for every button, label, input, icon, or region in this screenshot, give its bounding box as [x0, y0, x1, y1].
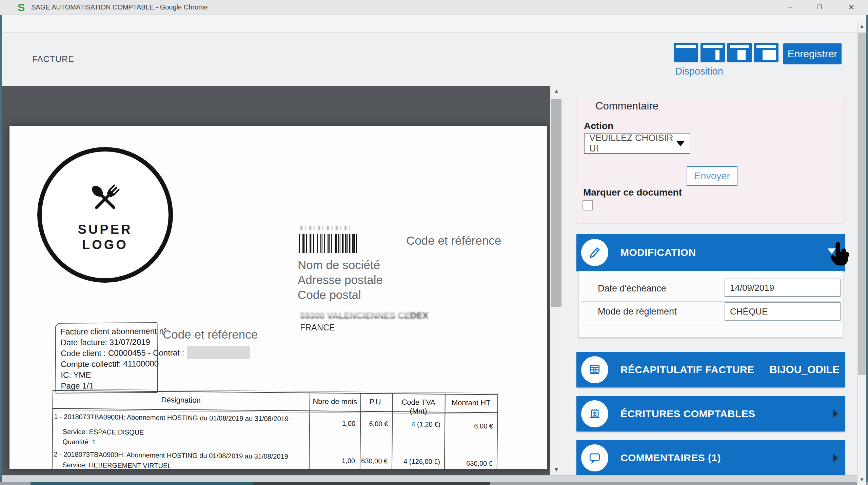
payment-mode-input[interactable]: CHÈQUE — [725, 302, 841, 321]
browser-subbar — [0, 15, 868, 33]
save-button[interactable]: Enregistrer — [783, 43, 842, 64]
viewer-scroll-up-icon[interactable]: ▲ — [550, 86, 563, 97]
layout-icon-center-pane[interactable] — [727, 43, 752, 62]
row2-unit-price: 630,00 € — [360, 457, 388, 465]
page-scroll-down-icon[interactable]: ▼ — [857, 475, 866, 484]
layout-icon-right-strip[interactable] — [701, 43, 725, 62]
page-title: FACTURE — [32, 54, 74, 64]
invoice-table: Désignation Nbre de mois P.U. Code TVA (… — [9, 126, 547, 469]
row1-service: Service: ESPACE DISQUE — [63, 428, 144, 436]
minimize-button[interactable]: – — [784, 4, 795, 12]
modification-title: MODIFICATION — [620, 247, 696, 258]
row1-amount: 6,00 € — [445, 422, 493, 430]
recap-facture-title: RÉCAPITULATIF FACTURE — [620, 364, 754, 376]
page-scrollbar-thumb[interactable] — [858, 33, 866, 375]
col-header-tva: Code TVA (Mnt) — [392, 398, 445, 416]
sage-logo-icon: S — [18, 2, 25, 13]
action-label: Action — [584, 121, 613, 132]
row2-service: Service: HEBERGEMENT VIRTUEL — [62, 461, 172, 469]
layout-icon-full[interactable] — [674, 43, 698, 62]
row2-months: 1,00 — [309, 457, 355, 465]
action-select-value: VEUILLEZ CHOISIR UI — [589, 133, 676, 154]
page-scroll-up-icon[interactable]: ▲ — [857, 22, 866, 31]
comment-panel-title: Commentaire — [595, 100, 658, 112]
ecritures-title: ÉCRITURES COMPTABLES — [620, 408, 755, 420]
col-header-montant: Montant HT — [445, 398, 497, 407]
page-scrollbar[interactable]: ▲ ▼ — [857, 20, 866, 485]
recap-facture-panel[interactable]: RÉCAPITULATIF FACTURE BIJOU_ODILE — [576, 352, 845, 387]
comment-bubble-icon — [581, 444, 608, 471]
viewer-scroll-down-icon[interactable]: ▼ — [550, 465, 563, 475]
hand-cursor — [830, 241, 852, 270]
viewer-scrollbar[interactable]: ▲ ▼ — [550, 86, 562, 476]
commentaires-panel[interactable]: COMMENTAIRES (1) — [576, 440, 845, 476]
restore-button[interactable]: ❐ — [814, 4, 825, 12]
comment-panel — [576, 97, 844, 223]
close-button[interactable]: ✕ — [846, 4, 857, 12]
window-title: SAGE AUTOMATISATION COMPTABLE - Google C… — [31, 3, 208, 11]
mark-document-label: Marquer ce document — [583, 187, 682, 198]
window-titlebar: S SAGE AUTOMATISATION COMPTABLE - Google… — [0, 0, 868, 15]
invoice-summary-icon — [581, 356, 608, 383]
payment-mode-label: Mode de règlement — [598, 306, 677, 317]
action-select[interactable]: VEUILLEZ CHOISIR UI — [584, 133, 690, 154]
viewer-scrollbar-thumb[interactable] — [551, 99, 561, 307]
modification-header[interactable]: MODIFICATION — [576, 234, 845, 271]
modification-body: Date d'échéance 14/09/2019 Mode de règle… — [578, 271, 843, 338]
row2-amount: 630,00 € — [444, 459, 493, 467]
ecritures-panel[interactable]: ÉCRITURES COMPTABLES — [576, 396, 845, 431]
document-viewer: SUPER LOGO Code et référence Nom de soci… — [2, 86, 562, 476]
chevron-right-icon — [833, 454, 838, 462]
col-header-designation: Désignation — [53, 395, 310, 406]
commentaires-title: COMMENTAIRES (1) — [620, 452, 721, 464]
chevron-down-icon — [676, 141, 685, 146]
row1-unit-price: 6,00 € — [360, 420, 388, 428]
recap-facture-badge: BIJOU_ODILE — [769, 364, 840, 376]
col-header-pu: P.U. — [360, 398, 392, 407]
send-button[interactable]: Envoyer — [687, 166, 737, 186]
row1-months: 1,00 — [309, 419, 355, 427]
mark-document-checkbox[interactable] — [583, 200, 593, 210]
bottom-scrollbar-shadow — [253, 482, 490, 485]
pencil-icon — [581, 239, 608, 266]
disposition-label: Disposition — [675, 66, 723, 77]
row2-tax: 4 (126,00 €) — [392, 458, 440, 466]
accounting-entries-icon — [581, 400, 608, 427]
horizontal-scrollbar-track[interactable] — [2, 475, 857, 482]
layout-icon-large-pane[interactable] — [754, 43, 778, 62]
invoice-page: SUPER LOGO Code et référence Nom de soci… — [9, 126, 547, 469]
due-date-label: Date d'échéance — [598, 283, 666, 294]
col-header-months: Nbre de mois — [310, 397, 360, 406]
row1-designation: 1 - 2018073TBA0900H: Abonnement HOSTING … — [54, 413, 289, 423]
due-date-input[interactable]: 14/09/2019 — [725, 279, 841, 297]
chevron-right-icon — [833, 410, 838, 418]
window-bottom-edge — [0, 482, 868, 485]
row2-designation: 2 - 2018073TBA0900H: Abonnement HOSTING … — [54, 450, 288, 461]
row1-quantity: Quantité: 1 — [62, 438, 96, 446]
app-window: S SAGE AUTOMATISATION COMPTABLE - Google… — [0, 0, 868, 485]
bottom-scrollbar-thumb[interactable] — [31, 482, 253, 485]
row1-tax: 4 (1,20 €) — [392, 420, 440, 428]
